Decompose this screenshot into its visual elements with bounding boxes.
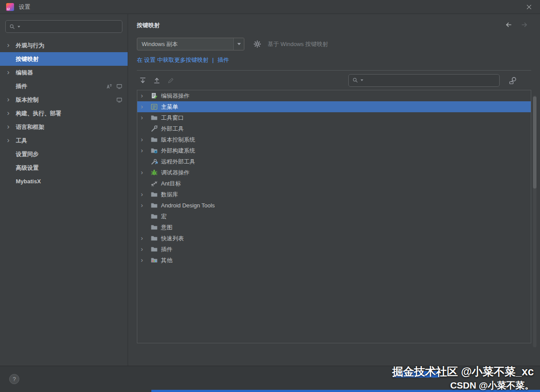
sidebar-item-label: 插件 (16, 82, 27, 90)
dialog-body: 外观与行为 按键映射 编辑器 插件 (0, 14, 540, 366)
keymap-panel: 按键映射 Windows 副本 基于 Windows 按键映射 在 设置 中获取… (128, 14, 540, 366)
action-search-input[interactable] (365, 77, 496, 84)
chevron-right-icon[interactable] (7, 123, 16, 131)
keymap-select[interactable]: Windows 副本 (137, 38, 244, 50)
chevron-right-icon[interactable] (141, 202, 150, 209)
settings-search-input[interactable] (22, 23, 118, 30)
tree-row-label: 插件 (161, 246, 172, 253)
get-more-keymaps-link[interactable]: 在 设置 中获取更多按键映射 (137, 57, 208, 63)
keymap-toolbar (137, 71, 531, 90)
idea-logo-icon (6, 3, 14, 11)
sidebar-item-label: 编辑器 (16, 69, 33, 77)
page-title: 按键映射 (137, 22, 160, 29)
keymap-select-value: Windows 副本 (137, 38, 233, 50)
watermark-line1: 掘金技术社区 @小菜不菜_xc (392, 364, 534, 379)
chevron-right-icon[interactable] (141, 147, 150, 154)
sidebar-item-badges (106, 83, 122, 89)
expand-all-icon[interactable] (137, 75, 148, 86)
combo-dropdown-icon (233, 38, 244, 50)
tree-row-label: 数据库 (161, 191, 178, 199)
tree-row-version-control-systems[interactable]: 版本控制系统 (137, 134, 531, 145)
search-icon (352, 77, 358, 83)
sidebar-item-settings-sync[interactable]: 设置同步 (0, 147, 128, 161)
sidebar-item-appearance-behavior[interactable]: 外观与行为 (0, 39, 128, 52)
folder-icon (150, 191, 158, 198)
sidebar-item-tools[interactable]: 工具 (0, 134, 128, 147)
tree-row-quick-lists[interactable]: 快速列表 (137, 233, 531, 244)
settings-search-field[interactable] (5, 20, 122, 33)
settings-sidebar: 外观与行为 按键映射 编辑器 插件 (0, 14, 128, 366)
tree-row-main-menu[interactable]: 主菜单 (137, 101, 531, 112)
chevron-right-icon[interactable] (141, 103, 150, 110)
folder-icon (150, 213, 158, 220)
sidebar-item-keymap[interactable]: 按键映射 (0, 52, 128, 66)
sidebar-item-languages-frameworks[interactable]: 语言和框架 (0, 120, 128, 134)
monitor-icon (116, 83, 122, 89)
main-menu-icon (150, 103, 158, 110)
tree-row-debugger-actions[interactable]: 调试器操作 (137, 167, 531, 178)
plugins-link[interactable]: 插件 (218, 57, 229, 63)
sidebar-item-plugins[interactable]: 插件 (0, 79, 128, 93)
sidebar-item-editor[interactable]: 编辑器 (0, 66, 128, 79)
edit-shortcut-icon[interactable] (165, 75, 176, 86)
tree-row-tool-windows[interactable]: 工具窗口 (137, 112, 531, 123)
tree-row-label: 外部工具 (161, 125, 184, 133)
tree-row-android-design-tools[interactable]: Android Design Tools (137, 200, 531, 211)
sidebar-item-badges (116, 97, 122, 103)
tree-row-label: 外部构建系统 (161, 147, 195, 155)
tree-scrollbar[interactable] (533, 96, 536, 347)
chevron-right-icon[interactable] (7, 42, 16, 49)
keymap-header: 按键映射 (137, 21, 540, 32)
chevron-right-icon[interactable] (7, 69, 16, 76)
back-arrow-icon[interactable] (504, 20, 513, 29)
tree-row-editor-actions[interactable]: 编辑器操作 (137, 90, 531, 101)
tree-row-label: 意图 (161, 224, 172, 232)
chevron-right-icon[interactable] (141, 257, 150, 264)
search-history-chevron-icon (18, 26, 20, 28)
chevron-right-icon[interactable] (141, 136, 150, 143)
tree-row-other[interactable]: 其他 (137, 255, 531, 266)
tree-row-external-tools[interactable]: 外部工具 (137, 123, 531, 134)
collapse-all-icon[interactable] (151, 75, 162, 86)
chevron-right-icon[interactable] (141, 169, 150, 176)
sidebar-item-label: 按键映射 (16, 55, 39, 63)
chevron-right-icon[interactable] (7, 110, 16, 117)
chevron-right-icon[interactable] (7, 96, 16, 103)
chevron-right-icon[interactable] (141, 235, 150, 242)
tree-row-database[interactable]: 数据库 (137, 189, 531, 200)
ant-icon (150, 180, 158, 187)
chevron-right-icon[interactable] (141, 93, 150, 99)
tree-row-external-build-systems[interactable]: 外部构建系统 (137, 145, 531, 156)
forward-arrow-icon[interactable] (520, 20, 529, 29)
chevron-right-icon[interactable] (7, 137, 16, 144)
action-search-field[interactable] (348, 74, 500, 87)
sidebar-item-version-control[interactable]: 版本控制 (0, 93, 128, 107)
watermark-line1-text: 掘金技术社区 @小菜不菜_xc (392, 365, 534, 378)
tree-row-ant-targets[interactable]: Ant目标 (137, 178, 531, 189)
sidebar-item-build-execution-deployment[interactable]: 构建、执行、部署 (0, 107, 128, 120)
folder-icon (150, 202, 158, 209)
tree-row-label: 主菜单 (161, 103, 178, 111)
scrollbar-thumb[interactable] (533, 96, 536, 189)
chevron-right-icon[interactable] (141, 114, 150, 121)
folder-icon (150, 114, 158, 121)
tree-row-plugins[interactable]: 插件 (137, 244, 531, 255)
help-button[interactable]: ? (9, 374, 19, 384)
tree-row-macros[interactable]: 宏 (137, 211, 531, 222)
tree-row-remote-external-tools[interactable]: 远程外部工具 (137, 156, 531, 167)
sidebar-item-advanced-settings[interactable]: 高级设置 (0, 161, 128, 175)
sidebar-item-label: 设置同步 (16, 150, 39, 158)
search-history-chevron-icon (361, 79, 363, 81)
keymap-tree: 编辑器操作 主菜单 工具窗口 外部工具 (137, 90, 531, 343)
gear-icon[interactable] (252, 39, 262, 49)
chevron-right-icon[interactable] (141, 246, 150, 253)
sidebar-item-label: 构建、执行、部署 (16, 110, 61, 118)
chevron-right-icon[interactable] (141, 191, 150, 198)
tree-row-intentions[interactable]: 意图 (137, 222, 531, 233)
watermark: 掘金技术社区 @小菜不菜_xc CSDN @小菜不菜。 (392, 364, 534, 392)
keymap-controls: Windows 副本 基于 Windows 按键映射 (137, 38, 540, 50)
external-tools-icon (150, 125, 158, 132)
close-button[interactable] (524, 2, 534, 12)
find-by-shortcut-icon[interactable] (508, 75, 518, 86)
sidebar-item-mybatisx[interactable]: MybatisX (0, 175, 128, 188)
